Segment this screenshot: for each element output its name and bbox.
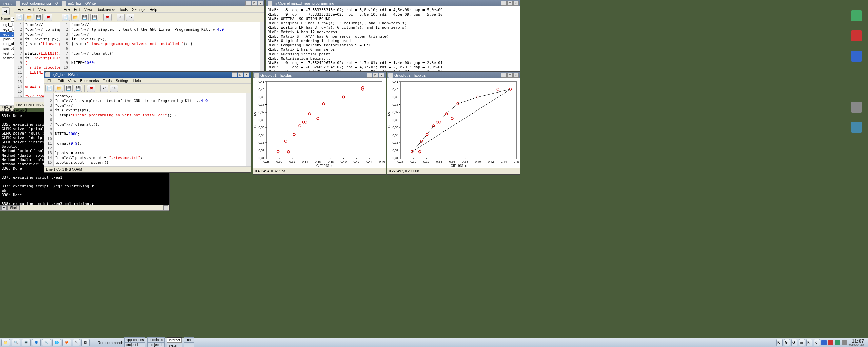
desktop-icon[interactable] [848, 102, 865, 113]
taskbar-app[interactable]: 🌐 [52, 339, 61, 346]
tray-window-button[interactable]: K [776, 339, 783, 346]
file-item[interactable]: eg3_co [0, 32, 14, 37]
plot-area[interactable]: 0,280,300,320,340,360,380,400,420,440,46… [387, 78, 520, 168]
save-icon[interactable]: 💾 [81, 14, 89, 21]
taskbar-app[interactable]: ✎ [73, 339, 80, 346]
cmd-blank[interactable] [184, 342, 194, 347]
redo-icon[interactable]: ↷ [126, 14, 134, 21]
titlebar[interactable]: eg1_lp.r - KWrite _ □ × [60, 0, 264, 6]
maximize-button[interactable]: □ [252, 1, 257, 6]
open-icon[interactable]: 📂 [71, 14, 79, 21]
menu-tools[interactable]: Tools [117, 7, 130, 12]
file-item[interactable]: plan.lp [0, 37, 14, 41]
new-icon[interactable]: 📄 [16, 14, 24, 21]
new-tab-button[interactable]: ▸ [1, 205, 7, 210]
file-item[interactable]: samp1 [0, 46, 14, 51]
undo-icon[interactable]: ↶ [100, 85, 108, 92]
file-item[interactable]: eg2_lp. [0, 27, 14, 32]
taskbar-app[interactable]: 🔧 [42, 339, 51, 346]
code[interactable]: "com">// "com">// lp_simplex.r: test of … [70, 22, 260, 71]
menu-file[interactable]: File [62, 7, 72, 12]
cmd-system[interactable]: system [167, 343, 182, 347]
titlebar[interactable]: Gnuplot 1: rlabplus _ □ × [253, 72, 386, 78]
maximize-button[interactable]: □ [507, 73, 513, 78]
close-icon[interactable]: ✖ [103, 14, 112, 21]
open-icon[interactable]: 📂 [55, 85, 63, 92]
editor[interactable]: 1 2 3 4 5 6 7 8 9 10 11 12 13 14 15 16 1… [44, 93, 251, 166]
cmd-mail[interactable]: mail [184, 337, 194, 342]
desktop-icon[interactable] [848, 51, 865, 62]
cmd-project1[interactable]: project I [124, 342, 146, 347]
menu-file[interactable]: File [16, 7, 26, 12]
open-icon[interactable]: 📂 [25, 14, 33, 21]
minimize-button[interactable]: _ [501, 73, 507, 78]
maximize-button[interactable]: □ [373, 73, 378, 78]
menu-edit[interactable]: Edit [26, 7, 36, 12]
back-icon[interactable]: ◀ [2, 7, 10, 15]
menu-bookmarks[interactable]: Bookmarks [94, 7, 117, 12]
editor[interactable]: 1 2 3 4 5 6 7 8 9 10 11 12 13 14 15 16 1… [60, 22, 264, 71]
tray-window-button[interactable]: G [784, 339, 790, 346]
cmd-applications[interactable]: applications [124, 337, 146, 342]
minimize-button[interactable]: _ [245, 1, 251, 6]
menu-settings[interactable]: Settings [130, 7, 147, 12]
file-item[interactable]: testme [0, 56, 14, 60]
menu-edit[interactable]: Edit [56, 78, 66, 83]
close-button[interactable]: × [244, 72, 249, 77]
cmd-terminals[interactable]: terminals [147, 337, 165, 342]
terminal-output[interactable]: RLaB: 8: obj = -7.333333315e+02; rpi = 5… [266, 6, 520, 71]
menu-file[interactable]: File [45, 78, 56, 83]
taskbar-app[interactable]: 📁 [1, 339, 10, 346]
minimize-button[interactable]: _ [367, 73, 372, 78]
close-icon[interactable]: ✖ [87, 85, 95, 92]
file-item[interactable]: eg1_lp. [0, 22, 14, 27]
saveas-icon[interactable]: 💾 [74, 85, 82, 92]
saveas-icon[interactable]: 💾 [90, 14, 98, 21]
redo-icon[interactable]: ↷ [110, 85, 118, 92]
save-icon[interactable]: 💾 [64, 85, 73, 92]
minimize-button[interactable]: _ [232, 72, 237, 77]
maximize-button[interactable]: □ [238, 72, 243, 77]
scrollbar-v[interactable] [260, 22, 264, 71]
close-button[interactable]: × [258, 1, 263, 6]
code[interactable]: "com">// "com">// lp_simplex.r: test of … [54, 93, 246, 166]
cmd-internet[interactable]: internet [167, 337, 182, 343]
desktop-icon[interactable] [848, 122, 865, 133]
taskbar-app[interactable]: 💻 [22, 339, 31, 346]
titlebar[interactable]: Gnuplot 2: rlabplus _ □ × [387, 72, 520, 78]
menu-settings[interactable]: Settings [114, 78, 131, 83]
titlebar[interactable]: eg2_lp.r - KWrite _ □ × [44, 72, 251, 78]
desktop-icon[interactable] [848, 30, 865, 41]
menu-bookmarks[interactable]: Bookmarks [78, 78, 101, 83]
menu-tools[interactable]: Tools [101, 78, 114, 83]
titlebar[interactable]: eg3_colormixing.r - KWrite [14, 0, 60, 6]
taskbar-app[interactable]: 🔍 [12, 339, 20, 346]
taskbar-app[interactable]: 👤 [32, 339, 41, 346]
new-icon[interactable]: 📄 [45, 85, 54, 92]
file-list[interactable]: eg1_lp. eg2_lp. eg3_co plan.lp run_all s… [0, 22, 14, 105]
titlebar[interactable]: linear... [0, 0, 14, 6]
cmd-project2[interactable]: project II [147, 342, 165, 347]
menu-help[interactable]: Help [131, 78, 143, 83]
maximize-button[interactable]: □ [507, 1, 513, 6]
file-item[interactable]: run_all [0, 41, 14, 46]
scrollbar-v[interactable] [246, 93, 251, 166]
minimize-button[interactable]: _ [501, 1, 507, 6]
close-button[interactable]: × [513, 73, 519, 78]
desktop-icon[interactable] [848, 10, 865, 21]
taskbar-app[interactable]: 🦊 [62, 339, 71, 346]
undo-icon[interactable]: ↶ [117, 14, 125, 21]
tray-window-button[interactable]: m [799, 339, 805, 346]
file-item[interactable]: test_lp [0, 51, 14, 56]
tray-window-button[interactable]: G [791, 339, 797, 346]
tray-icon[interactable] [835, 340, 840, 345]
shell-tab[interactable]: Shell [7, 205, 20, 210]
titlebar[interactable]: mj@perelman:...linear_programming _ □ × [266, 0, 520, 6]
new-icon[interactable]: 📄 [62, 14, 70, 21]
tray-window-button[interactable]: K [814, 339, 820, 346]
taskbar-app[interactable]: 🖥 [81, 339, 90, 346]
close-button[interactable]: × [379, 73, 384, 78]
tray-icon[interactable] [821, 340, 827, 345]
plot-area[interactable]: 0,280,300,320,340,360,380,400,420,440,46… [253, 78, 386, 168]
save-icon[interactable]: 💾 [35, 14, 43, 21]
